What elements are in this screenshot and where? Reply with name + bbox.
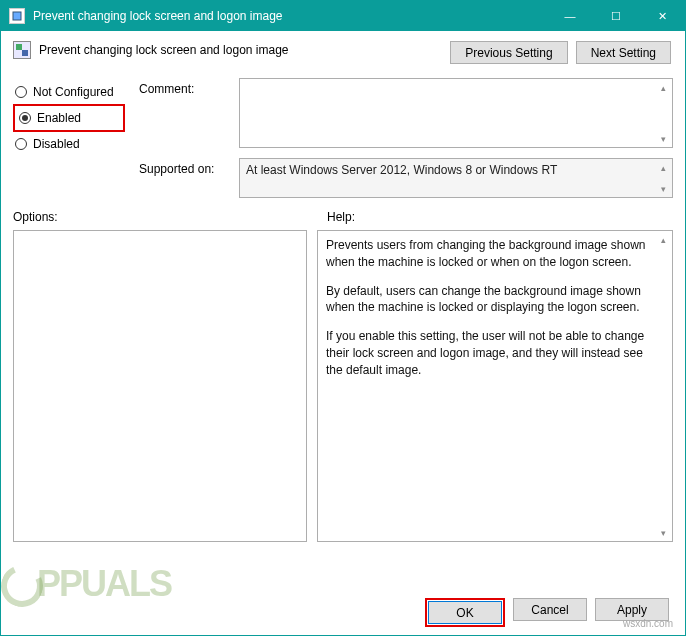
scroll-down-icon[interactable]: ▾ [655, 180, 672, 197]
help-paragraph: Prevents users from changing the backgro… [326, 237, 652, 271]
dialog-content: Prevent changing lock screen and logon i… [1, 31, 685, 635]
options-label: Options: [13, 210, 307, 224]
options-pane[interactable] [13, 230, 307, 542]
policy-window-icon [9, 8, 25, 24]
dialog-window: Prevent changing lock screen and logon i… [0, 0, 686, 636]
comment-label: Comment: [139, 78, 229, 96]
scroll-up-icon[interactable]: ▴ [655, 231, 672, 248]
help-paragraph: If you enable this setting, the user wil… [326, 328, 652, 378]
help-pane[interactable]: Prevents users from changing the backgro… [317, 230, 673, 542]
policy-title: Prevent changing lock screen and logon i… [39, 43, 289, 57]
window-controls: — ☐ ✕ [547, 1, 685, 31]
radio-label: Enabled [37, 111, 81, 125]
scroll-down-icon[interactable]: ▾ [655, 524, 672, 541]
maximize-button[interactable]: ☐ [593, 1, 639, 31]
ok-button[interactable]: OK [428, 601, 502, 624]
scroll-up-icon[interactable]: ▴ [655, 159, 672, 176]
supported-scrollbar[interactable]: ▴ ▾ [655, 159, 672, 197]
policy-icon [13, 41, 31, 59]
comment-value [240, 79, 672, 99]
enabled-highlight: Enabled [13, 104, 125, 132]
ok-highlight: OK [425, 598, 505, 627]
help-text: Prevents users from changing the backgro… [318, 231, 672, 397]
radio-label: Not Configured [33, 85, 114, 99]
radio-label: Disabled [33, 137, 80, 151]
state-column: Not Configured Enabled Disabled [13, 78, 125, 156]
previous-setting-button[interactable]: Previous Setting [450, 41, 567, 64]
titlebar[interactable]: Prevent changing lock screen and logon i… [1, 1, 685, 31]
help-scrollbar[interactable]: ▴ ▾ [655, 231, 672, 541]
supported-label: Supported on: [139, 158, 229, 176]
supported-value: At least Windows Server 2012, Windows 8 … [240, 159, 672, 181]
next-setting-button[interactable]: Next Setting [576, 41, 671, 64]
radio-icon [15, 86, 27, 98]
site-watermark: wsxdn.com [623, 618, 673, 629]
state-and-fields-row: Not Configured Enabled Disabled Comment: [13, 78, 673, 198]
minimize-button[interactable]: — [547, 1, 593, 31]
pane-labels: Options: Help: [13, 210, 673, 224]
comment-row: Comment: ▴ ▾ [139, 78, 673, 148]
scroll-down-icon[interactable]: ▾ [655, 130, 672, 147]
window-title: Prevent changing lock screen and logon i… [33, 9, 547, 23]
header-row: Prevent changing lock screen and logon i… [13, 41, 673, 64]
comment-scrollbar[interactable]: ▴ ▾ [655, 79, 672, 147]
field-column: Comment: ▴ ▾ Supported on: At least Wind… [139, 78, 673, 198]
radio-enabled[interactable]: Enabled [17, 108, 119, 128]
help-paragraph: By default, users can change the backgro… [326, 283, 652, 317]
cancel-button[interactable]: Cancel [513, 598, 587, 621]
header-left: Prevent changing lock screen and logon i… [13, 41, 450, 59]
dialog-footer: OK Cancel Apply [13, 588, 673, 627]
comment-textbox[interactable]: ▴ ▾ [239, 78, 673, 148]
supported-row: Supported on: At least Windows Server 20… [139, 158, 673, 198]
radio-not-configured[interactable]: Not Configured [13, 80, 125, 104]
supported-textbox: At least Windows Server 2012, Windows 8 … [239, 158, 673, 198]
nav-buttons: Previous Setting Next Setting [450, 41, 673, 64]
radio-disabled[interactable]: Disabled [13, 132, 125, 156]
scroll-up-icon[interactable]: ▴ [655, 79, 672, 96]
close-button[interactable]: ✕ [639, 1, 685, 31]
help-label: Help: [327, 210, 355, 224]
split-panes: Prevents users from changing the backgro… [13, 230, 673, 588]
radio-icon [15, 138, 27, 150]
radio-icon [19, 112, 31, 124]
svg-rect-0 [13, 12, 21, 20]
